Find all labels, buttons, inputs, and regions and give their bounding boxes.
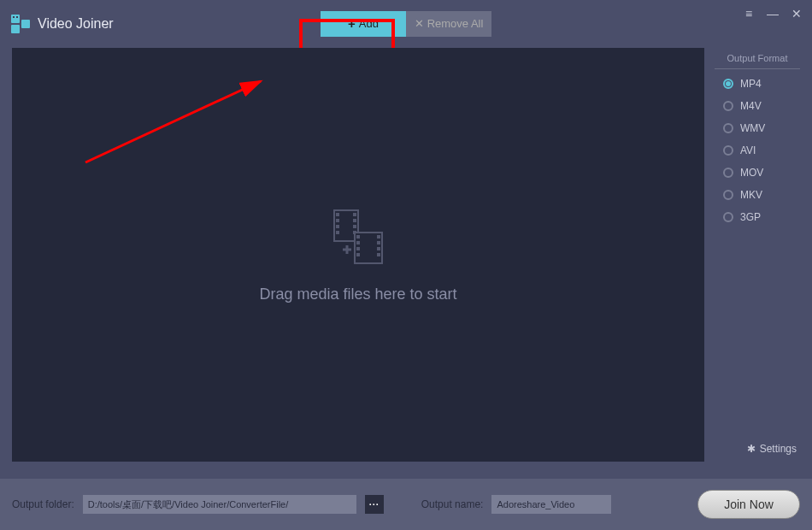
join-now-button[interactable]: Join Now [697,490,800,519]
format-label: MKV [740,189,762,201]
svg-rect-1 [11,25,20,33]
drop-hint-text: Drag media files here to start [259,286,456,303]
format-label: WMV [740,122,765,134]
output-format-title: Output Format [715,53,800,69]
radio-icon [723,123,733,133]
format-label: MOV [740,167,763,179]
svg-rect-12 [353,225,356,228]
format-option-avi[interactable]: AVI [723,144,800,156]
svg-rect-7 [336,219,339,222]
svg-rect-21 [377,247,380,250]
plus-icon: + [348,16,356,31]
close-button[interactable]: ✕ [790,7,803,21]
settings-label: Settings [760,443,797,455]
format-label: M4V [740,100,762,112]
format-option-3gp[interactable]: 3GP [723,211,800,223]
svg-rect-6 [336,213,339,216]
add-button[interactable]: + Add [321,11,406,37]
svg-rect-16 [356,241,360,244]
output-name-input[interactable] [491,495,611,514]
svg-rect-15 [356,235,360,238]
format-option-mov[interactable]: MOV [723,167,800,179]
menu-icon[interactable]: ≡ [742,7,756,21]
drop-zone[interactable]: Drag media files here to start [12,48,704,462]
format-list: MP4M4VWMVAVIMOVMKV3GP [715,78,800,223]
svg-rect-11 [353,219,356,222]
output-folder-label: Output folder: [12,498,74,510]
remove-all-label: Remove All [427,17,484,30]
gear-icon: ✱ [747,443,756,455]
svg-rect-9 [336,231,339,234]
format-option-wmv[interactable]: WMV [723,122,800,134]
svg-rect-19 [377,235,380,238]
output-name-label: Output name: [421,498,484,510]
output-folder-input[interactable] [83,495,356,514]
svg-rect-10 [353,213,356,216]
browse-button[interactable]: ··· [365,495,384,514]
radio-icon [723,212,733,222]
radio-icon [723,190,733,200]
svg-rect-18 [356,253,360,256]
svg-rect-8 [336,225,339,228]
media-join-icon [327,207,389,268]
svg-rect-17 [356,247,360,250]
remove-all-button[interactable]: ✕ Remove All [406,11,491,37]
close-icon: ✕ [415,17,424,30]
svg-rect-4 [16,16,18,18]
svg-rect-2 [21,20,30,28]
svg-rect-0 [11,15,20,23]
app-title: Video Joiner [38,16,114,32]
titlebar: Video Joiner + Add ✕ Remove All ≡ — ✕ [0,0,812,47]
format-option-m4v[interactable]: M4V [723,100,800,112]
format-label: MP4 [740,78,762,90]
bottom-bar: Output folder: ··· Output name: Join Now [0,479,812,530]
radio-icon [723,79,733,89]
output-format-panel: Output Format MP4M4VWMVAVIMOVMKV3GP [715,53,800,223]
svg-rect-20 [377,241,380,244]
radio-icon [723,168,733,178]
window-controls: ≡ — ✕ [742,7,803,21]
svg-rect-3 [13,16,15,18]
svg-rect-22 [377,253,380,256]
format-label: 3GP [740,211,761,223]
radio-icon [723,145,733,156]
add-button-label: Add [359,17,379,30]
settings-link[interactable]: ✱ Settings [747,443,797,455]
format-label: AVI [740,144,756,156]
top-buttons: + Add ✕ Remove All [321,11,491,37]
radio-icon [723,101,733,111]
format-option-mp4[interactable]: MP4 [723,78,800,90]
minimize-button[interactable]: — [766,7,780,21]
app-logo: Video Joiner [10,14,114,34]
logo-icon [10,14,31,34]
format-option-mkv[interactable]: MKV [723,189,800,201]
